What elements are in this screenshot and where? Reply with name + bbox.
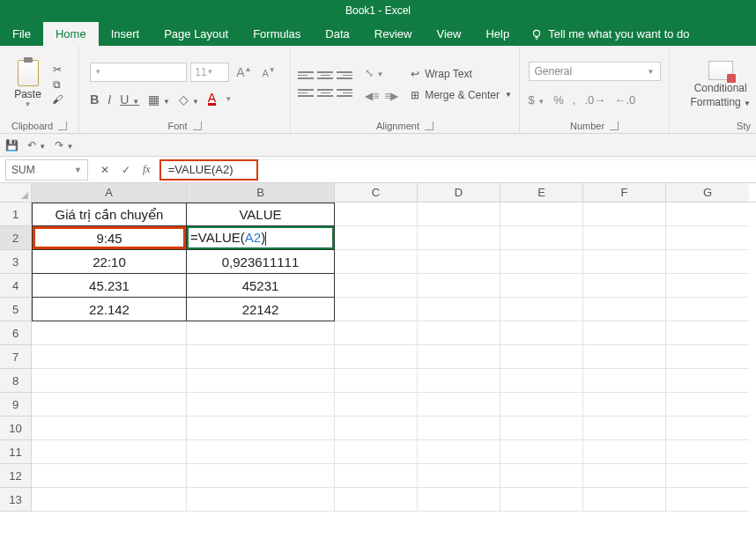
cell[interactable] <box>187 488 335 512</box>
cell[interactable] <box>418 321 500 345</box>
decrease-indent-button[interactable]: ◀≡ <box>365 90 379 102</box>
tab-file[interactable]: File <box>0 22 43 46</box>
format-painter-button[interactable]: 🖌 <box>50 93 64 106</box>
row-header-3[interactable]: 3 <box>0 250 32 274</box>
cell[interactable] <box>583 298 666 321</box>
underline-button[interactable]: U ▼ <box>120 92 139 107</box>
cell[interactable] <box>500 440 583 464</box>
row-header-10[interactable]: 10 <box>0 417 32 440</box>
cell[interactable] <box>666 226 749 250</box>
cell[interactable] <box>418 250 500 274</box>
row-header-7[interactable]: 7 <box>0 345 32 369</box>
cell[interactable] <box>418 464 500 488</box>
cell[interactable] <box>335 345 418 369</box>
cell[interactable] <box>500 417 583 440</box>
cell-a5[interactable]: 22.142 <box>32 298 187 321</box>
bold-button[interactable]: B <box>90 92 99 107</box>
cell[interactable] <box>500 369 583 393</box>
cell[interactable] <box>187 393 335 417</box>
cell-b1[interactable]: VALUE <box>187 203 335 226</box>
tell-me-search[interactable]: Tell me what you want to do <box>522 27 698 46</box>
row-header-11[interactable]: 11 <box>0 440 32 464</box>
formula-bar-extension[interactable] <box>258 159 756 181</box>
cell[interactable] <box>32 464 187 488</box>
cell[interactable] <box>418 488 500 512</box>
cell[interactable] <box>335 369 418 393</box>
cell[interactable] <box>583 321 666 345</box>
paste-button[interactable]: Paste ▼ <box>14 60 41 108</box>
cell[interactable] <box>32 440 187 464</box>
cell[interactable] <box>500 393 583 417</box>
cell[interactable] <box>666 203 749 226</box>
cell-b2[interactable]: =VALUE(A2) <box>187 226 335 250</box>
cell[interactable] <box>666 417 749 440</box>
cell[interactable] <box>418 393 500 417</box>
cell[interactable] <box>500 464 583 488</box>
number-format-combo[interactable]: General▼ <box>529 62 661 81</box>
cell[interactable] <box>335 226 418 250</box>
cell[interactable] <box>335 298 418 321</box>
fill-color-button[interactable]: ◇ ▼ <box>179 92 199 107</box>
name-box[interactable]: SUM ▼ <box>5 159 88 181</box>
cell[interactable] <box>335 274 418 298</box>
cell[interactable] <box>335 488 418 512</box>
select-all-corner[interactable] <box>0 183 32 202</box>
cell[interactable] <box>666 345 749 369</box>
col-header-e[interactable]: E <box>500 183 583 202</box>
cell[interactable] <box>666 321 749 345</box>
font-color-button[interactable]: A <box>208 92 216 106</box>
cell[interactable] <box>666 298 749 321</box>
cell[interactable] <box>500 488 583 512</box>
enter-formula-button[interactable]: ✓ <box>122 164 130 176</box>
col-header-d[interactable]: D <box>418 183 500 202</box>
cell[interactable] <box>32 488 187 512</box>
cell[interactable] <box>500 250 583 274</box>
cell[interactable] <box>32 369 187 393</box>
col-header-b[interactable]: B <box>187 183 335 202</box>
increase-decimal-button[interactable]: .0→ <box>584 93 605 107</box>
row-header-6[interactable]: 6 <box>0 321 32 345</box>
tab-insert[interactable]: Insert <box>99 22 152 46</box>
cell-b5[interactable]: 22142 <box>187 298 335 321</box>
col-header-f[interactable]: F <box>583 183 666 202</box>
cell[interactable] <box>583 393 666 417</box>
cell[interactable] <box>500 274 583 298</box>
cell[interactable] <box>583 203 666 226</box>
grow-font-button[interactable]: A▲ <box>233 65 255 79</box>
cell-b4[interactable]: 45231 <box>187 274 335 298</box>
cell-b3[interactable]: 0,923611111 <box>187 250 335 274</box>
cell[interactable] <box>187 440 335 464</box>
copy-button[interactable]: ⧉ <box>50 78 64 91</box>
tab-page-layout[interactable]: Page Layout <box>152 22 241 46</box>
worksheet-grid[interactable]: A B C D E F G 1 Giá trị cần chuyển VALUE… <box>0 183 756 512</box>
cell[interactable] <box>500 298 583 321</box>
save-button[interactable]: 💾 <box>5 139 19 151</box>
cell[interactable] <box>583 417 666 440</box>
cell[interactable] <box>335 464 418 488</box>
cell[interactable] <box>666 464 749 488</box>
cell[interactable] <box>187 417 335 440</box>
cell[interactable] <box>583 274 666 298</box>
cell[interactable] <box>187 464 335 488</box>
shrink-font-button[interactable]: A▼ <box>259 66 279 78</box>
row-header-9[interactable]: 9 <box>0 393 32 417</box>
col-header-c[interactable]: C <box>335 183 418 202</box>
orientation-button[interactable]: ⤡ ▼ <box>365 67 398 79</box>
cell[interactable] <box>500 345 583 369</box>
vertical-align-buttons[interactable] <box>298 70 352 82</box>
cell[interactable] <box>335 321 418 345</box>
row-header-12[interactable]: 12 <box>0 464 32 488</box>
row-header-8[interactable]: 8 <box>0 369 32 393</box>
tab-review[interactable]: Review <box>362 22 425 46</box>
horizontal-align-buttons[interactable] <box>298 87 352 100</box>
alignment-dialog-launcher[interactable] <box>425 122 434 130</box>
cell[interactable] <box>187 321 335 345</box>
percent-format-button[interactable]: % <box>553 93 564 107</box>
font-dialog-launcher[interactable] <box>193 122 202 130</box>
italic-button[interactable]: I <box>107 92 111 107</box>
insert-function-button[interactable]: fx <box>143 163 151 176</box>
cell[interactable] <box>418 440 500 464</box>
decrease-decimal-button[interactable]: ←.0 <box>614 93 635 107</box>
row-header-13[interactable]: 13 <box>0 488 32 512</box>
cell-a3[interactable]: 22:10 <box>32 250 187 274</box>
